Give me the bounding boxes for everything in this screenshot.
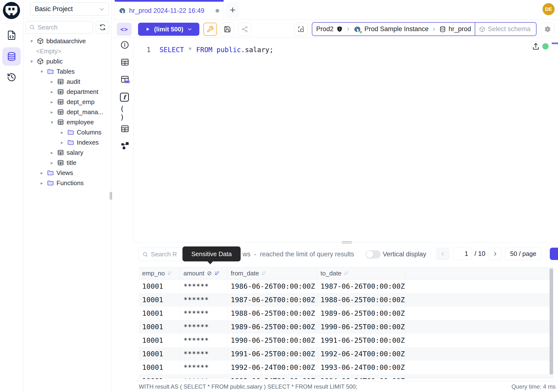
- table-cell[interactable]: 10001: [139, 320, 180, 334]
- caret-right-icon[interactable]: ▸: [39, 180, 45, 186]
- prev-page-button[interactable]: [436, 248, 449, 260]
- code-panel-button[interactable]: <>: [117, 23, 131, 36]
- caret-right-icon[interactable]: ▸: [49, 150, 55, 156]
- caret-right-icon[interactable]: ▸: [49, 160, 55, 166]
- tree-item-employee[interactable]: ▾employee: [23, 117, 112, 127]
- table-cell[interactable]: 1991-06-25T00:00:00Z: [317, 334, 406, 347]
- schema-diagram-icon[interactable]: [120, 141, 130, 150]
- run-query-button[interactable]: (limit 500): [138, 23, 199, 36]
- tree-item-tables[interactable]: ▾Tables: [23, 66, 112, 77]
- tree-item-empty[interactable]: <Empty>: [23, 46, 112, 56]
- tree-item-indexes[interactable]: ▸Indexes: [23, 137, 112, 148]
- table-cell[interactable]: 1993-06-24T00:00:00Z: [227, 374, 317, 379]
- table-cell[interactable]: 1986-06-26T00:00:00Z: [227, 279, 317, 293]
- sql-editor[interactable]: SELECT * FROM public.salary;: [159, 45, 273, 55]
- save-icon[interactable]: [221, 23, 234, 36]
- table-cell[interactable]: ******: [180, 293, 227, 306]
- info-icon[interactable]: [120, 40, 130, 50]
- batch-query-icon[interactable]: [294, 23, 308, 36]
- table-cell[interactable]: 1987-06-26T00:00:00Z: [317, 279, 406, 293]
- tree-item-public[interactable]: ▾public: [23, 56, 112, 66]
- tree-item-functions[interactable]: ▸Functions: [23, 178, 112, 188]
- page-number-input[interactable]: [453, 248, 472, 260]
- tree-item-audit[interactable]: ▸audit: [23, 77, 112, 87]
- tree-item-views[interactable]: ▸Views: [23, 168, 112, 178]
- table-cell[interactable]: 10001: [139, 334, 180, 347]
- table-cell[interactable]: 1989-06-25T00:00:00Z: [227, 320, 317, 334]
- table-cell[interactable]: ******: [180, 279, 227, 293]
- next-page-button[interactable]: [488, 248, 501, 260]
- new-tab-button[interactable]: +: [227, 2, 239, 18]
- table-cell[interactable]: 1988-06-25T00:00:00Z: [227, 306, 317, 320]
- table-cell[interactable]: 1994-06-24T00:00:00Z: [317, 374, 406, 379]
- table-cell[interactable]: ******: [180, 347, 227, 361]
- caret-right-icon[interactable]: ▸: [49, 79, 55, 85]
- table-cell[interactable]: 10001: [139, 306, 180, 320]
- chevron-down-icon[interactable]: [187, 26, 192, 32]
- page-size-select[interactable]: 50 / page: [505, 248, 541, 260]
- table-cell[interactable]: 10001: [139, 279, 180, 293]
- sidebar-resize-handle[interactable]: [110, 192, 113, 200]
- table-cell[interactable]: 1988-06-25T00:00:00Z: [317, 293, 406, 306]
- column-header-from_date[interactable]: from_date: [227, 267, 317, 279]
- caret-right-icon[interactable]: ▸: [59, 140, 65, 145]
- sidebar-search[interactable]: [26, 21, 93, 34]
- results-resize-handle[interactable]: [342, 240, 352, 244]
- table-cell[interactable]: ******: [180, 334, 227, 347]
- table-cell[interactable]: ******: [180, 374, 227, 379]
- explain-query-icon[interactable]: [120, 74, 130, 84]
- tree-item-salary[interactable]: ▸salary: [23, 148, 112, 158]
- table-cell[interactable]: ******: [180, 306, 227, 320]
- table-cell[interactable]: ******: [180, 320, 227, 334]
- export-button[interactable]: [550, 248, 558, 260]
- caret-right-icon[interactable]: ▸: [49, 109, 55, 115]
- table-cell[interactable]: 10001: [139, 347, 180, 361]
- caret-right-icon[interactable]: ▸: [49, 99, 55, 105]
- caret-down-icon[interactable]: ▾: [39, 69, 45, 74]
- connection-select[interactable]: Prod2 Prod Sample Instance hr_prod: [312, 23, 475, 35]
- caret-down-icon[interactable]: ▾: [28, 59, 35, 64]
- databases-icon[interactable]: [2, 47, 21, 66]
- tree-item-dept-mana[interactable]: ▸dept_mana...: [23, 107, 112, 117]
- table-panel-icon[interactable]: [120, 57, 130, 67]
- history-icon[interactable]: [2, 69, 21, 85]
- ai-assistant-icon[interactable]: [541, 23, 554, 36]
- vertical-display-toggle[interactable]: [366, 250, 381, 259]
- tree-item-bbdataarchive[interactable]: ▾bbdataarchive: [23, 36, 112, 46]
- sort-icon[interactable]: [261, 270, 266, 276]
- avatar[interactable]: DE: [542, 3, 555, 15]
- table-cell[interactable]: ******: [180, 361, 227, 374]
- caret-right-icon[interactable]: ▸: [49, 89, 55, 95]
- caret-down-icon[interactable]: ▾: [28, 38, 35, 44]
- sort-icon[interactable]: [167, 270, 172, 276]
- tree-item-department[interactable]: ▸department: [23, 87, 112, 97]
- wrench-icon[interactable]: [203, 23, 217, 36]
- table-cell[interactable]: 10001: [139, 361, 180, 374]
- project-select[interactable]: Basic Project: [30, 2, 109, 16]
- table-scr</div>ollbar[interactable]: [549, 268, 553, 375]
- upload-icon[interactable]: [531, 42, 541, 51]
- tree-item-dept-emp[interactable]: ▸dept_emp: [23, 97, 112, 107]
- table-cell[interactable]: 1992-06-24T00:00:00Z: [227, 361, 317, 374]
- column-header-emp_no[interactable]: emp_no: [139, 267, 180, 279]
- table-cell[interactable]: 1993-06-24T00:00:00Z: [317, 361, 406, 374]
- table-cell[interactable]: 1992-06-24T00:00:00Z: [317, 347, 406, 361]
- tree-item-title[interactable]: ▸title: [23, 158, 112, 168]
- table-cell[interactable]: 1987-06-26T00:00:00Z: [227, 293, 317, 306]
- column-header-amount[interactable]: amount: [180, 267, 227, 279]
- column-header-to_date[interactable]: to_date: [317, 267, 406, 279]
- sort-icon[interactable]: [214, 270, 220, 276]
- table-list-icon[interactable]: [120, 124, 130, 133]
- schema-select[interactable]: Select schema: [475, 23, 536, 35]
- bytebase-logo-icon[interactable]: [3, 2, 20, 19]
- tab-hr-prod[interactable]: hr_prod 2024-11-22 16:49: [115, 0, 224, 19]
- share-icon[interactable]: [238, 23, 251, 36]
- table-cell[interactable]: 1991-06-25T00:00:00Z: [227, 347, 317, 361]
- caret-right-icon[interactable]: ▸: [39, 170, 45, 176]
- table-cell[interactable]: 10001: [139, 374, 180, 379]
- function-icon[interactable]: f: [120, 93, 129, 102]
- parentheses-icon[interactable]: ( ): [120, 108, 130, 118]
- worksheets-icon[interactable]: [2, 27, 21, 43]
- refresh-icon[interactable]: [96, 21, 109, 34]
- caret-down-icon[interactable]: ▾: [49, 120, 55, 125]
